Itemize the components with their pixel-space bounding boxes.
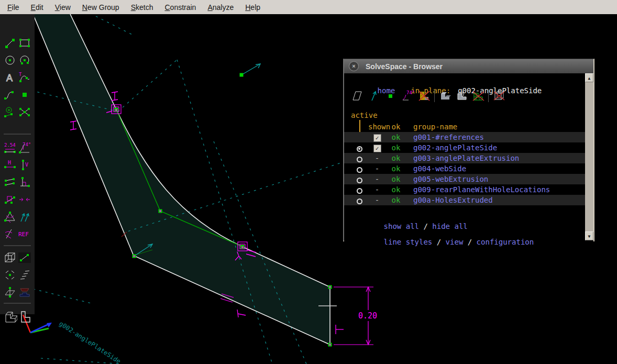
active-radio[interactable]: [357, 157, 362, 162]
horizontal-constraint-icon[interactable]: [70, 121, 76, 130]
browser-scrollbar[interactable]: ▲ ▼: [585, 73, 593, 240]
scroll-down-icon[interactable]: ▼: [585, 231, 593, 240]
group-name-link[interactable]: g009-rearPlaneWithHoleLocations: [406, 184, 550, 195]
group-row[interactable]: - ok g003-anglePlateExtrusion: [344, 153, 585, 163]
active-radio[interactable]: [357, 188, 362, 194]
perpendicular-constraint-icon[interactable]: [18, 176, 31, 189]
distance-constraint-icon[interactable]: 2.54: [4, 141, 16, 154]
group-row[interactable]: - ok g004-webSide: [344, 163, 585, 174]
active-radio[interactable]: [357, 178, 362, 183]
view-link[interactable]: view: [446, 238, 464, 246]
link-assemble-icon[interactable]: [18, 286, 31, 299]
reference-dimension-icon[interactable]: REF: [18, 228, 31, 240]
same-orientation-icon[interactable]: [18, 211, 31, 223]
align-view-to-workplane-icon[interactable]: [18, 308, 31, 321]
group-name-link[interactable]: g004-webSide: [406, 163, 466, 174]
perpendicular-constraint-icon[interactable]: [237, 310, 246, 317]
menu-view[interactable]: View: [51, 3, 75, 12]
other-angle-icon[interactable]: [4, 228, 16, 240]
dimension-label[interactable]: 0.20: [358, 311, 377, 321]
datum-point-icon[interactable]: [18, 89, 31, 101]
point-on-entity-icon[interactable]: [4, 193, 16, 206]
horizontal-constraint-icon[interactable]: H: [4, 159, 16, 171]
show-mesh-icon[interactable]: [472, 90, 484, 102]
menu-analyze[interactable]: Analyze: [203, 3, 238, 12]
vertical-constraint-icon[interactable]: V: [18, 159, 31, 171]
nearest-iso-view-icon[interactable]: [4, 308, 16, 321]
menu-help[interactable]: Help: [241, 3, 265, 12]
toggle-divider: [434, 90, 435, 102]
rectangle-icon[interactable]: [18, 37, 31, 49]
group-row[interactable]: - ok g00a-HolesExtruded: [344, 195, 585, 205]
construction-icon[interactable]: [4, 106, 16, 118]
text-icon[interactable]: A: [4, 71, 16, 84]
parallel-constraint-icon[interactable]: [4, 176, 16, 189]
toolbar-separator: [4, 134, 31, 135]
angle-plate-face[interactable]: [33, 14, 330, 345]
shown-dash[interactable]: -: [368, 195, 386, 205]
group-row[interactable]: ✓ ok g002-anglePlateSide: [344, 142, 585, 153]
menu-file[interactable]: File: [3, 3, 24, 12]
shown-dash[interactable]: -: [368, 174, 386, 184]
show-points-icon[interactable]: [384, 90, 397, 102]
show-normals-icon[interactable]: [368, 90, 380, 102]
tool-palette: A T 2.54 74° H V REF: [0, 14, 35, 314]
active-radio[interactable]: [357, 198, 362, 204]
shown-checkbox[interactable]: ✓: [373, 145, 381, 152]
column-group-name: group-name: [406, 122, 457, 132]
circle-icon[interactable]: [4, 54, 16, 67]
extrude-icon[interactable]: [4, 251, 16, 264]
group-name-link[interactable]: g005-webExtrusion: [406, 174, 488, 184]
equal-constraint-icon[interactable]: [4, 211, 16, 223]
group-name-link[interactable]: g00a-HolesExtruded: [406, 195, 493, 205]
configuration-link[interactable]: configuration: [477, 238, 534, 246]
lathe-icon[interactable]: [18, 251, 31, 264]
shaded-view-icon[interactable]: [438, 90, 451, 102]
shown-dash[interactable]: -: [368, 184, 386, 195]
angle-constraint-icon[interactable]: 74°: [18, 141, 31, 154]
tangent-arc-icon[interactable]: T: [18, 71, 31, 84]
close-icon[interactable]: ×: [349, 61, 359, 71]
scroll-up-icon[interactable]: ▲: [585, 73, 593, 82]
active-radio[interactable]: [357, 146, 362, 152]
svg-text:74°: 74°: [23, 142, 31, 147]
shown-dash[interactable]: -: [368, 153, 386, 163]
step-rotate-icon[interactable]: [4, 269, 16, 281]
show-edges-icon[interactable]: [455, 90, 468, 102]
active-radio[interactable]: [357, 167, 362, 173]
symmetric-constraint-icon[interactable]: [18, 193, 31, 206]
bezier-icon[interactable]: [4, 89, 16, 101]
shown-checkbox[interactable]: ✓: [373, 134, 381, 142]
group-status: ok: [386, 132, 406, 142]
menu-edit[interactable]: Edit: [27, 3, 48, 12]
browser-window: × SolveSpace - Browser homein plane:g002…: [343, 59, 594, 241]
group-name-link[interactable]: g002-anglePlateSide: [406, 142, 497, 153]
menu-new-group[interactable]: New Group: [78, 3, 124, 12]
menu-constrain[interactable]: Constrain: [160, 3, 200, 12]
show-faces-icon[interactable]: [418, 90, 431, 102]
svg-text:REF: REF: [18, 231, 29, 238]
column-shown: shown: [368, 122, 386, 132]
group-row[interactable]: - ok g009-rearPlaneWithHoleLocations: [344, 184, 585, 195]
browser-title-bar[interactable]: × SolveSpace - Browser: [344, 59, 593, 73]
perpendicular-constraint-icon[interactable]: [336, 325, 344, 334]
browser-window-title: SolveSpace - Browser: [366, 62, 443, 71]
step-translate-icon[interactable]: [18, 269, 31, 281]
shown-dash[interactable]: -: [368, 163, 386, 174]
group-row[interactable]: - ok g005-webExtrusion: [344, 174, 585, 184]
line-styles-link[interactable]: line styles: [384, 238, 433, 246]
group-name-link[interactable]: g003-anglePlateExtrusion: [406, 153, 519, 163]
show-constraints-icon[interactable]: 74°: [401, 90, 414, 102]
group-row[interactable]: ✓ ok g001-#references: [344, 132, 585, 142]
link-separator: /: [432, 238, 445, 246]
line-segment-icon[interactable]: [4, 37, 16, 49]
new-workplane-icon[interactable]: [4, 286, 16, 299]
show-hidden-lines-icon[interactable]: [492, 90, 505, 102]
menu-sketch[interactable]: Sketch: [127, 3, 158, 12]
show-workplanes-icon[interactable]: [351, 90, 363, 102]
split-curves-icon[interactable]: [18, 106, 31, 118]
group-name-link[interactable]: g001-#references: [406, 132, 484, 142]
horizontal-constraint-icon[interactable]: [112, 92, 118, 101]
view-toggle-bar: 74°: [344, 87, 585, 104]
arc-icon[interactable]: [18, 54, 31, 67]
